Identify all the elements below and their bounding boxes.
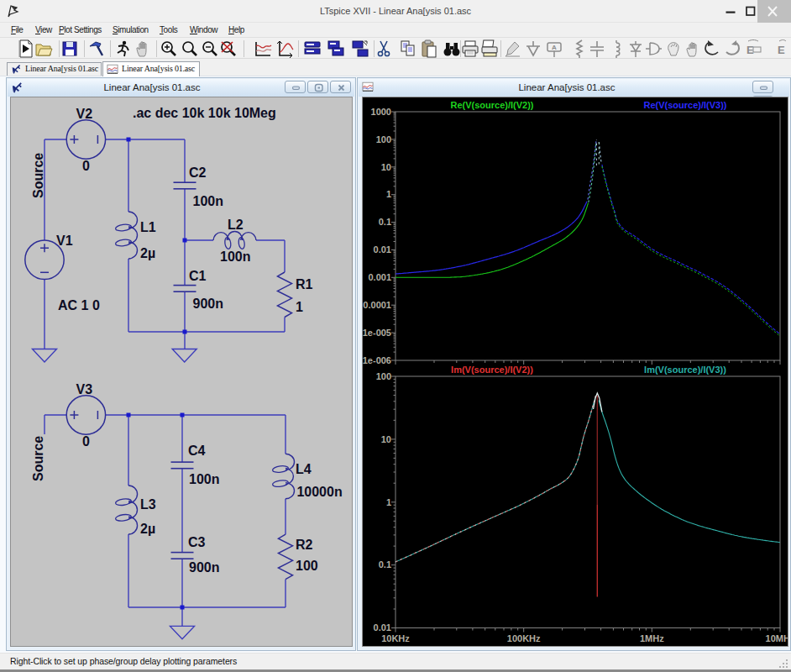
svg-text:V2: V2 (76, 107, 93, 121)
svg-text:100: 100 (376, 371, 391, 381)
svg-text:Im(V(source)/I(V2)): Im(V(source)/I(V2)) (451, 365, 533, 375)
svg-text:L2: L2 (228, 218, 244, 232)
svg-text:0.1: 0.1 (379, 217, 391, 227)
svg-text:1: 1 (296, 300, 303, 314)
svg-text:1000: 1000 (371, 107, 391, 117)
svg-text:A: A (552, 44, 557, 51)
svg-text:2µ: 2µ (140, 522, 155, 536)
svg-text:1e-005: 1e-005 (363, 328, 391, 338)
svg-text:Im(V(source)/I(V3)): Im(V(source)/I(V3)) (644, 365, 726, 375)
svg-text:100KHz: 100KHz (507, 633, 541, 643)
svg-text:C1: C1 (189, 269, 207, 283)
svg-text:Re(V(source)/I(V2)): Re(V(source)/I(V2)) (450, 100, 533, 110)
svg-text:10: 10 (381, 162, 391, 172)
svg-text:0: 0 (82, 159, 90, 173)
svg-text:10KHz: 10KHz (381, 633, 410, 643)
svg-text:.ac dec 10k 10k 10Meg: .ac dec 10k 10k 10Meg (133, 106, 276, 120)
svg-text:L3: L3 (140, 497, 156, 512)
svg-text:E: E (778, 44, 785, 56)
svg-text:1e-006: 1e-006 (363, 355, 391, 365)
svg-text:1: 1 (386, 497, 391, 507)
svg-text:C4: C4 (188, 444, 206, 458)
svg-text:V3: V3 (76, 382, 93, 396)
svg-text:V1: V1 (56, 234, 73, 248)
svg-text:L1: L1 (140, 220, 156, 234)
svg-text:Re(V(source)/I(V3)): Re(V(source)/I(V3)) (643, 100, 726, 110)
svg-text:900n: 900n (193, 297, 223, 311)
svg-text:0: 0 (82, 434, 90, 449)
svg-text:100n: 100n (189, 472, 219, 486)
svg-text:900n: 900n (189, 560, 219, 575)
svg-text:Source: Source (31, 153, 45, 198)
svg-text:10000n: 10000n (296, 485, 342, 499)
svg-text:100n: 100n (220, 249, 250, 264)
svg-text:2µ: 2µ (140, 246, 155, 260)
svg-text:C3: C3 (188, 535, 206, 549)
svg-text:Source: Source (31, 436, 45, 481)
svg-text:R1: R1 (296, 277, 313, 291)
svg-text:1: 1 (386, 189, 391, 199)
svg-text:10: 10 (381, 434, 391, 444)
svg-text:1MHz: 1MHz (640, 633, 664, 643)
svg-text:100n: 100n (193, 194, 223, 208)
svg-text:100: 100 (296, 559, 318, 573)
svg-text:0.01: 0.01 (374, 622, 391, 633)
svg-text:R2: R2 (296, 538, 313, 552)
svg-text:AC 1 0: AC 1 0 (58, 298, 100, 312)
svg-text:0.0001: 0.0001 (363, 300, 391, 310)
svg-text:0.001: 0.001 (368, 272, 391, 282)
svg-text:0.1: 0.1 (379, 559, 391, 570)
svg-text:10MHz: 10MHz (766, 633, 788, 643)
svg-text:100: 100 (376, 134, 391, 144)
svg-text:L4: L4 (296, 462, 312, 476)
svg-text:C2: C2 (189, 165, 207, 180)
svg-text:0.01: 0.01 (374, 244, 391, 255)
